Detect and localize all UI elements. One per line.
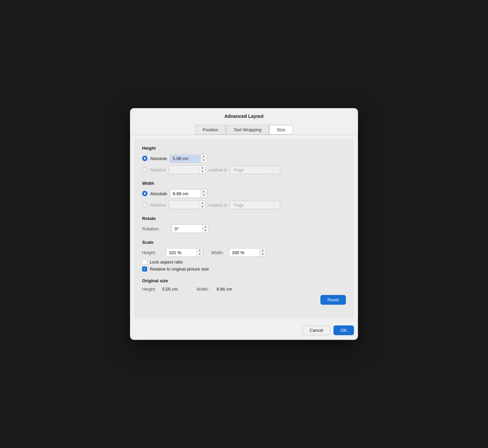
width-relative-spinner: ▲ ▼ (199, 201, 205, 209)
scale-height-spinner: ▲ ▼ (196, 248, 203, 256)
width-absolute-radio[interactable] (142, 191, 147, 196)
original-size-row: Height: 5.05 cm Width: 8.86 cm (142, 287, 346, 292)
height-absolute-up[interactable]: ▲ (201, 154, 207, 158)
original-size-section: Original size Height: 5.05 cm Width: 8.8… (142, 278, 346, 305)
height-section: Height Absolute ▲ ▼ Relative (142, 146, 346, 174)
height-absolute-down[interactable]: ▼ (201, 158, 207, 162)
height-absolute-field[interactable] (170, 155, 200, 162)
width-relative-input[interactable]: ▲ ▼ (169, 201, 206, 209)
height-absolute-radio[interactable] (142, 156, 147, 161)
height-relative-radio[interactable] (142, 167, 147, 172)
tab-position[interactable]: Position (195, 125, 226, 135)
height-relative-to-arrow: ⌃⌄ (271, 168, 277, 172)
relative-to-original-row: Relative to original picture size (142, 267, 346, 272)
width-relative-to-select[interactable]: Page ⌃⌄ (230, 201, 280, 209)
orig-height-field: Height: 5.05 cm (142, 287, 178, 292)
rotation-field[interactable] (172, 225, 202, 233)
scale-row: Height: ▲ ▼ Width: ▲ ▼ (142, 248, 346, 257)
scale-width-label: Width: (211, 250, 224, 255)
orig-height-value: 5.05 cm (162, 287, 178, 292)
height-relative-field[interactable] (169, 166, 199, 174)
width-relative-field[interactable] (169, 201, 199, 209)
scale-width-spinner: ▲ ▼ (259, 248, 266, 256)
width-section-title: Width (142, 181, 346, 186)
bottom-buttons: Cancel OK (130, 322, 358, 340)
height-relative-to-value: Page (234, 167, 244, 172)
height-relative-input[interactable]: ▲ ▼ (169, 165, 206, 174)
height-relative-row: Relative ▲ ▼ relative to Page ⌃⌄ (142, 165, 346, 174)
height-relative-down[interactable]: ▼ (199, 170, 205, 174)
scale-width-input[interactable]: ▲ ▼ (229, 248, 266, 257)
original-size-title: Original size (142, 278, 346, 283)
scale-width-up[interactable]: ▲ (260, 248, 266, 252)
content-area: Height Absolute ▲ ▼ Relative (134, 139, 354, 318)
height-relative-up[interactable]: ▲ (199, 166, 205, 170)
scale-height-label: Height: (142, 250, 161, 255)
width-absolute-row: Absolute ▲ ▼ (142, 189, 346, 198)
scale-width-down[interactable]: ▼ (260, 252, 266, 256)
height-relative-label: Relative (150, 167, 166, 172)
width-relative-up[interactable]: ▲ (199, 201, 205, 205)
width-absolute-down[interactable]: ▼ (201, 194, 207, 198)
rotate-row: Rotation: ▲ ▼ (142, 224, 346, 233)
tab-size[interactable]: Size (269, 125, 293, 135)
cancel-button[interactable]: Cancel (303, 325, 330, 335)
lock-aspect-label: Lock aspect ratio (150, 259, 183, 265)
width-relative-row: Relative ▲ ▼ relative to Page ⌃⌄ (142, 201, 346, 209)
scale-height-field[interactable] (166, 249, 196, 256)
width-relative-to-arrow: ⌃⌄ (271, 203, 277, 207)
height-absolute-row: Absolute ▲ ▼ (142, 154, 346, 163)
scale-height-up[interactable]: ▲ (197, 248, 203, 252)
relative-to-original-label: Relative to original picture size (150, 267, 209, 272)
width-absolute-label: Absolute (150, 191, 167, 196)
width-absolute-field[interactable] (170, 190, 200, 198)
tabs-row: Position Text Wrapping Size (130, 122, 358, 135)
orig-height-label: Height: (142, 287, 160, 292)
width-relative-to-value: Page (234, 203, 244, 208)
height-section-title: Height (142, 146, 346, 151)
reset-section: Reset (142, 295, 346, 305)
scale-height-down[interactable]: ▼ (197, 252, 203, 256)
height-relative-spinner: ▲ ▼ (199, 166, 205, 174)
width-absolute-spinner: ▲ ▼ (200, 190, 207, 198)
width-absolute-up[interactable]: ▲ (201, 190, 207, 194)
ok-button[interactable]: OK (333, 325, 354, 335)
scale-width-field[interactable] (229, 249, 259, 256)
scale-section: Scale Height: ▲ ▼ Width: ▲ ▼ (142, 240, 346, 272)
width-relative-down[interactable]: ▼ (199, 205, 205, 209)
height-absolute-spinner: ▲ ▼ (200, 154, 207, 162)
reset-button[interactable]: Reset (320, 295, 346, 305)
orig-width-field: Width: 8.86 cm (196, 287, 232, 292)
width-absolute-input[interactable]: ▲ ▼ (170, 189, 207, 198)
height-absolute-input[interactable]: ▲ ▼ (170, 154, 207, 163)
orig-width-label: Width: (196, 287, 214, 292)
rotation-input[interactable]: ▲ ▼ (172, 224, 209, 233)
relative-to-original-checkbox[interactable] (142, 267, 147, 272)
lock-aspect-checkbox[interactable] (142, 259, 147, 265)
width-relative-to-label: relative to (208, 203, 227, 208)
rotation-down[interactable]: ▼ (202, 229, 208, 233)
dialog-title: Advanced Layout (130, 108, 358, 122)
width-relative-radio[interactable] (142, 202, 147, 208)
rotate-section-title: Rotate (142, 216, 346, 221)
tab-text-wrapping[interactable]: Text Wrapping (226, 125, 269, 135)
height-relative-to-label: relative to (208, 167, 227, 172)
rotate-section: Rotate Rotation: ▲ ▼ (142, 216, 346, 233)
rotation-label: Rotation: (142, 226, 169, 231)
lock-aspect-row: Lock aspect ratio (142, 259, 346, 265)
width-relative-label: Relative (150, 203, 166, 208)
orig-width-value: 8.86 cm (217, 287, 232, 292)
rotation-spinner: ▲ ▼ (202, 225, 208, 233)
width-section: Width Absolute ▲ ▼ Relative (142, 181, 346, 209)
scale-section-title: Scale (142, 240, 346, 245)
rotation-up[interactable]: ▲ (202, 225, 208, 229)
scale-height-input[interactable]: ▲ ▼ (166, 248, 203, 257)
height-relative-to-select[interactable]: Page ⌃⌄ (230, 166, 280, 174)
dialog-window: Advanced Layout Position Text Wrapping S… (130, 108, 358, 340)
height-absolute-label: Absolute (150, 156, 167, 161)
